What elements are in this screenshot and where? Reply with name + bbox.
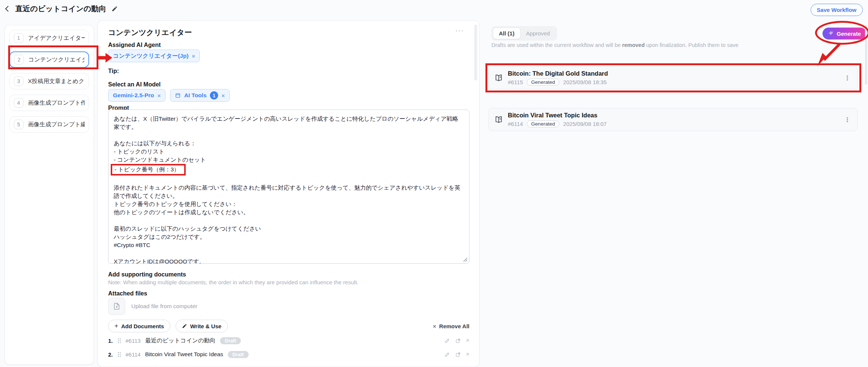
agent-chip[interactable]: コンテンツクリエイター(Jp) × [108, 50, 200, 62]
supporting-docs-note: Note: When adding multiple documents, th… [108, 279, 358, 285]
generate-button[interactable]: Generate [823, 28, 867, 39]
attached-document-row-1[interactable]: 1. #6113 最近のビットコインの動向 Draft × [108, 335, 469, 346]
editor-menu-icon[interactable]: ··· [455, 27, 464, 35]
upload-file-button[interactable] [108, 298, 125, 315]
step-number: 4 [14, 98, 23, 108]
sidebar-step-5[interactable]: 5 画像生成プロンプト繊... [9, 116, 89, 133]
step-number: 5 [14, 120, 23, 129]
prompt-line: 最初のスレッドに以下のハッシュタグをつけてください [114, 225, 464, 233]
attached-files-label: Attached files [108, 290, 147, 297]
tip-label: Tip: [108, 68, 119, 75]
step-editor-panel: コンテンツクリエイター ··· Assigned AI Agent コンテンツク… [97, 20, 479, 367]
sidebar-step-4[interactable]: 4 画像生成プロンプト作... [9, 95, 89, 111]
tab-all[interactable]: All (1) [493, 28, 521, 39]
step-number: 2 [14, 55, 24, 64]
documents-toolbar: + Add Documents Write & Use × Remove All [108, 320, 469, 332]
ai-tools-chip[interactable]: AI Tools 1 × [170, 89, 230, 102]
document-id: #6114 [508, 121, 523, 127]
document-id: #6114 [126, 351, 141, 358]
remove-all-label: Remove All [439, 323, 469, 329]
edit-document-icon[interactable] [444, 338, 450, 344]
step-number: 3 [14, 76, 23, 86]
book-icon [494, 73, 503, 83]
sidebar-step-2-selected[interactable]: 2 コンテンツクリエイター [9, 51, 89, 68]
file-plus-icon [113, 302, 121, 310]
prompt-line: - コンテンツドキュメントのセット [114, 156, 464, 164]
sparkles-icon [828, 31, 834, 37]
close-icon: × [433, 323, 436, 329]
results-tabs: All (1) Approved [491, 26, 557, 41]
back-icon[interactable] [5, 6, 11, 12]
write-and-use-label: Write & Use [190, 323, 221, 329]
step-label: アイデアクリエイター [28, 34, 85, 42]
note-bold: removed [622, 42, 645, 48]
page-scrollbar[interactable] [865, 25, 867, 85]
prompt-line [114, 249, 464, 257]
prompt-line: あなたは、X（旧Twitter）でバイラルでエンゲージメントの高いスレッドを作成… [114, 115, 464, 131]
prompt-line: XアカウントIDは@OOOOOです。 [114, 257, 464, 264]
document-title: Bitcoin: The Digital Gold Standard [508, 70, 608, 77]
book-icon [494, 115, 503, 124]
open-document-icon[interactable] [455, 338, 461, 344]
textarea-resize-handle[interactable] [462, 257, 468, 262]
prompt-textarea[interactable]: あなたは、X（旧Twitter）でバイラルでエンゲージメントの高いスレッドを作成… [108, 110, 469, 264]
model-chip[interactable]: Gemini-2.5-Pro × [108, 89, 166, 102]
add-documents-label: Add Documents [121, 323, 164, 329]
prompt-line-text: - トピック番号（例：3） [114, 166, 180, 173]
row-index: 1. [108, 338, 113, 344]
current-step-document-card[interactable]: Bitcoin: The Digital Gold Standard #6115… [488, 66, 858, 89]
row-actions: × [444, 351, 469, 358]
remove-document-icon[interactable]: × [466, 337, 469, 344]
prompt-line: - トピックのリスト [114, 148, 464, 156]
generated-status-badge: Generated [527, 79, 560, 86]
editor-scrollbar[interactable] [474, 25, 477, 80]
save-workflow-button[interactable]: Save Workflow [811, 4, 863, 16]
drag-handle-icon[interactable] [117, 338, 121, 344]
attached-document-row-2[interactable]: 2. #6114 Bitcoin Viral Tweet Topic Ideas… [108, 349, 469, 360]
upload-file-area[interactable]: Upload file from computer [108, 298, 197, 315]
step-label: X投稿用文章まとめク... [28, 77, 85, 85]
document-title: Bitcoin Viral Tweet Topic Ideas [145, 351, 223, 358]
add-documents-button[interactable]: + Add Documents [108, 320, 170, 332]
edit-document-icon[interactable] [444, 352, 450, 357]
editor-title: コンテンツクリエイター [108, 28, 192, 38]
prompt-line [114, 216, 464, 225]
edit-title-icon[interactable] [111, 6, 118, 12]
header: 直近のビットコインの動向 [6, 4, 118, 14]
prompt-line-topic-number: - トピック番号（例：3） [114, 164, 464, 175]
document-title: Bitcoin Viral Tweet Topic Ideas [508, 112, 607, 119]
annotation-redbox-topic-number: - トピック番号（例：3） [111, 164, 186, 175]
generated-documents-panel: All (1) Approved Generate Drafts are use… [486, 20, 864, 367]
remove-all-button[interactable]: × Remove All [433, 323, 469, 329]
drag-handle-icon[interactable] [117, 352, 121, 357]
open-document-icon[interactable] [455, 352, 461, 357]
upload-placeholder: Upload file from computer [131, 303, 197, 310]
sidebar-step-3[interactable]: 3 X投稿用文章まとめク... [9, 73, 89, 89]
remove-document-icon[interactable]: × [466, 351, 469, 358]
step-label: コンテンツクリエイター [28, 56, 84, 64]
drafts-note: Drafts are used within the current workf… [491, 42, 739, 48]
other-step-document-card[interactable]: Bitcoin Viral Tweet Topic Ideas #6114 Ge… [488, 108, 858, 131]
step-label: 画像生成プロンプト作... [28, 99, 85, 107]
sidebar-step-1[interactable]: 1 アイデアクリエイター [9, 30, 89, 46]
prompt-line: トピック番号のトピックを使用してください： [114, 200, 464, 208]
step-number: 1 [14, 33, 23, 43]
ai-tools-count-badge: 1 [210, 91, 218, 99]
document-id: #6113 [126, 338, 141, 344]
remove-model-icon[interactable]: × [157, 92, 161, 99]
document-menu-icon[interactable]: ⋮ [844, 74, 850, 82]
tab-approved[interactable]: Approved [521, 28, 556, 39]
row-index: 2. [108, 351, 113, 358]
generated-status-badge: Generated [527, 120, 560, 127]
remove-tools-icon[interactable]: × [221, 92, 225, 99]
document-menu-icon[interactable]: ⋮ [844, 116, 850, 124]
draft-badge: Draft [220, 337, 241, 344]
prompt-line: #Crypto #BTC [114, 241, 464, 249]
prompt-line [114, 131, 464, 139]
model-chip-label: Gemini-2.5-Pro [113, 92, 154, 99]
prompt-line [114, 175, 464, 184]
prompt-line: 添付されたドキュメントの内容に基づいて、指定された番号に対応するトピックを使って… [114, 184, 464, 200]
write-and-use-button[interactable]: Write & Use [176, 320, 228, 332]
remove-agent-icon[interactable]: × [192, 53, 195, 59]
document-id: #6115 [508, 79, 523, 85]
